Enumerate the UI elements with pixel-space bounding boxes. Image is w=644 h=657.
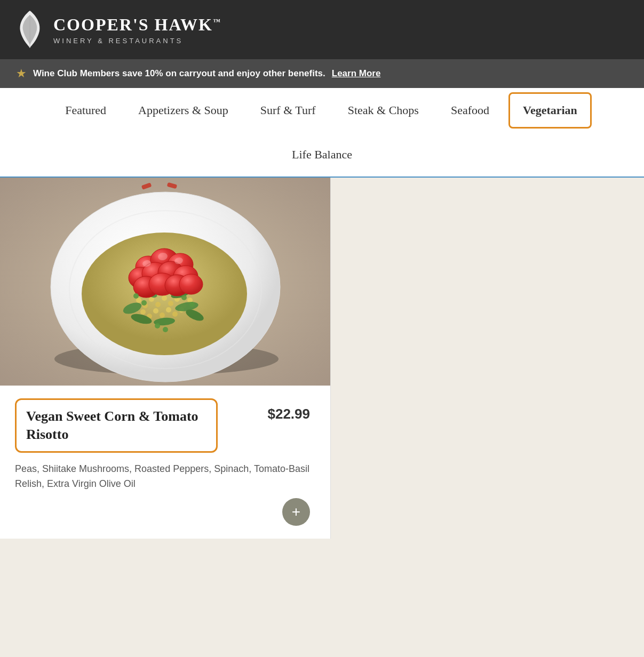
right-panel (331, 178, 644, 539)
nav-item-surf-turf[interactable]: Surf & Turf (244, 89, 332, 132)
svg-point-12 (168, 301, 173, 306)
svg-point-46 (181, 295, 187, 300)
svg-point-19 (160, 313, 165, 318)
nav-item-featured[interactable]: Featured (49, 89, 122, 132)
brand-subtitle: WINERY & RESTAURANTS (53, 37, 221, 45)
nav-item-steak-chops[interactable]: Steak & Chops (332, 89, 435, 132)
food-name-box: Vegan Sweet Corn & Tomato Risotto (15, 398, 218, 453)
add-button-container: + (15, 498, 315, 526)
food-image-container (0, 178, 330, 386)
brand-name: COOPER'S HAWK™ (53, 15, 221, 35)
food-price: $22.99 (267, 398, 315, 422)
food-name: Vegan Sweet Corn & Tomato Risotto (26, 407, 206, 444)
svg-point-48 (163, 327, 168, 332)
nav-item-appetizers[interactable]: Appetizers & Soup (122, 89, 244, 132)
food-image (0, 178, 330, 386)
svg-point-20 (166, 307, 171, 313)
star-icon: ★ (16, 67, 27, 81)
learn-more-link[interactable]: Learn More (332, 68, 381, 79)
svg-point-11 (162, 295, 167, 301)
food-info: Vegan Sweet Corn & Tomato Risotto $22.99… (0, 386, 330, 539)
svg-point-49 (155, 323, 160, 328)
svg-point-16 (140, 309, 146, 315)
svg-point-45 (141, 300, 147, 306)
logo-text: COOPER'S HAWK™ WINERY & RESTAURANTS (53, 15, 221, 45)
wine-club-text: Wine Club Members save 10% on carryout a… (33, 68, 325, 79)
main-navigation: Featured Appetizers & Soup Surf & Turf S… (0, 88, 644, 178)
food-header: Vegan Sweet Corn & Tomato Risotto $22.99 (15, 398, 315, 453)
svg-point-40 (179, 274, 203, 294)
nav-item-life-balance[interactable]: Life Balance (276, 133, 368, 177)
header: COOPER'S HAWK™ WINERY & RESTAURANTS (0, 0, 644, 59)
svg-point-21 (172, 311, 178, 317)
svg-point-18 (153, 308, 158, 314)
svg-point-44 (133, 293, 139, 299)
food-panel: Vegan Sweet Corn & Tomato Risotto $22.99… (0, 178, 331, 539)
nav-item-vegetarian[interactable]: Vegetarian (508, 92, 592, 129)
nav-item-seafood[interactable]: Seafood (435, 89, 505, 132)
logo-feather-icon (16, 10, 44, 50)
main-content: Vegan Sweet Corn & Tomato Risotto $22.99… (0, 178, 644, 539)
add-to-cart-button[interactable]: + (282, 498, 310, 526)
food-description: Peas, Shiitake Mushrooms, Roasted Pepper… (15, 461, 315, 492)
wine-club-banner: ★ Wine Club Members save 10% on carryout… (0, 59, 644, 88)
svg-point-10 (155, 302, 161, 307)
svg-point-47 (189, 302, 195, 307)
